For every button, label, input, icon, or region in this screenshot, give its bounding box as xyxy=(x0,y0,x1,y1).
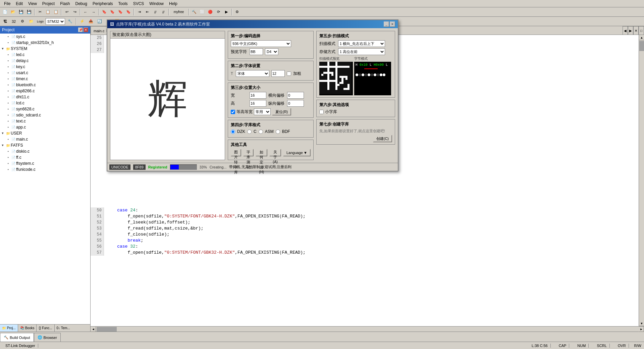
flash-btn1[interactable]: ⚡ xyxy=(78,18,86,25)
format-dzk-radio[interactable] xyxy=(231,130,235,134)
hoffset-input[interactable] xyxy=(287,92,304,99)
bookmark3-btn[interactable]: 🔖 xyxy=(117,8,124,16)
about-btn[interactable]: 关于(A) xyxy=(269,149,281,156)
tree-item-esp[interactable]: ▪ 📄 esp8266.c xyxy=(0,88,90,94)
editor-vscroll[interactable]: ▲ ▼ xyxy=(639,35,644,326)
tab-scroll-left[interactable]: ◀ xyxy=(623,26,628,35)
tree-item-fatfs[interactable]: ▼ 📁 FATFS xyxy=(0,142,90,148)
tree-item-dht[interactable]: ▪ 📄 dht11.c xyxy=(0,94,90,100)
menu-window[interactable]: Window xyxy=(147,1,166,7)
font-select[interactable]: 宋体 xyxy=(236,70,269,77)
reset-btn-dialog[interactable]: 夏位(R) xyxy=(272,108,291,115)
language-btn[interactable]: Language ▼ xyxy=(283,149,311,156)
format-bdf-radio[interactable] xyxy=(276,130,280,134)
save-btn[interactable]: 💾 xyxy=(17,8,25,16)
tree-item-lcd[interactable]: ▪ 📄 lcd.c xyxy=(0,100,90,106)
tree-item-led[interactable]: ▪ 📄 led.c xyxy=(0,52,90,58)
bold-checkbox[interactable] xyxy=(287,71,291,76)
flash-btn2[interactable]: 📥 xyxy=(87,18,95,25)
char-code1-input[interactable] xyxy=(250,48,263,55)
tree-item-sys[interactable]: ▪ 📄 sys.c xyxy=(0,34,90,40)
paste-btn[interactable]: 📋 xyxy=(52,8,60,16)
width-input[interactable] xyxy=(250,92,266,99)
tab-scroll-right[interactable]: ▶ xyxy=(628,26,633,35)
char-code2-select[interactable]: D4 xyxy=(265,48,278,55)
tree-item-startup[interactable]: ▪ 📄 startup_stm32f10x_h xyxy=(0,40,90,46)
redo-btn[interactable]: ↪ xyxy=(71,8,78,16)
vscroll-thumb[interactable] xyxy=(639,41,644,51)
tree-item-sdio[interactable]: ▪ 📄 sdio_sdcard.c xyxy=(0,112,90,118)
voffset-input[interactable] xyxy=(287,100,304,107)
reset-btn[interactable]: ⟳ xyxy=(215,8,222,16)
store-mode-select[interactable]: 1 高位在前 xyxy=(338,48,385,55)
small-lib-checkbox[interactable] xyxy=(319,110,324,114)
tree-item-bluetooth[interactable]: ▪ 📄 bluetooth.c xyxy=(0,82,90,88)
tree-item-app[interactable]: ▪ 📄 app.c xyxy=(0,124,90,130)
proj-btn1[interactable]: 🏗 xyxy=(1,18,9,25)
menu-help[interactable]: Help xyxy=(166,1,180,7)
tree-item-system[interactable]: ▼ 📁 SYSTEM xyxy=(0,46,90,52)
tree-item-usart[interactable]: ▪ 📄 usart.c xyxy=(0,70,90,76)
encoding-select[interactable]: 936 中文(GBK) xyxy=(231,40,291,47)
menu-debug[interactable]: Debug xyxy=(73,1,90,7)
hscroll-track[interactable] xyxy=(96,327,639,332)
undo-btn[interactable]: ↩ xyxy=(63,8,70,16)
format-asm-radio[interactable] xyxy=(259,130,263,134)
common-select[interactable]: 常用 xyxy=(254,108,271,115)
dialog-minimize-btn[interactable]: _ xyxy=(384,21,389,27)
sidebar-tab-temp[interactable]: 0↓ Tem... xyxy=(55,325,72,332)
position-btn[interactable]: 如何定位(H) xyxy=(256,149,267,156)
img-to-lib-btn[interactable]: 图片转字库 xyxy=(231,149,241,156)
stop-btn[interactable]: 🔴 xyxy=(207,8,214,16)
build-btn[interactable]: 🔨 xyxy=(191,8,198,16)
vscroll-track[interactable] xyxy=(639,40,644,321)
hscroll-thumb[interactable] xyxy=(97,327,117,332)
vscroll-up[interactable]: ▲ xyxy=(639,35,644,40)
menu-project[interactable]: Project xyxy=(40,1,57,7)
scan-mode-select[interactable]: 1 横向_先左右后上下 xyxy=(338,40,385,47)
hscroll-left[interactable]: ◄ xyxy=(91,327,96,332)
menu-svcs[interactable]: SVCS xyxy=(130,1,147,7)
tree-item-key[interactable]: ▪ 📄 key.c xyxy=(0,64,90,70)
tree-item-syn[interactable]: ▪ 📄 syn6628.c xyxy=(0,106,90,112)
run-btn[interactable]: ▶ xyxy=(223,8,230,16)
sidebar-tab-project[interactable]: 📁 Proj... xyxy=(0,325,18,332)
tree-item-ffunicode[interactable]: ▪ 📄 ffunicode.c xyxy=(0,166,90,172)
menu-file[interactable]: File xyxy=(1,1,13,7)
tree-item-user[interactable]: ▼ 📁 USER xyxy=(0,130,90,136)
open-btn[interactable]: 📂 xyxy=(9,8,17,16)
sidebar-content[interactable]: ▪ 📄 sys.c ▪ 📄 startup_stm32f10x_h ▼ 📁 SY… xyxy=(0,34,90,324)
tree-item-diskio[interactable]: ▪ 📄 diskio.c xyxy=(0,148,90,154)
create-btn[interactable]: 创建(C) xyxy=(373,135,392,142)
flash-btn3[interactable]: 🔄 xyxy=(96,18,103,25)
hscroll-right[interactable]: ► xyxy=(639,327,644,332)
dialog-close-btn[interactable]: ✕ xyxy=(390,21,395,27)
test-btn[interactable]: 字库测试 xyxy=(243,149,254,156)
tree-item-timer[interactable]: ▪ 📄 timer.c xyxy=(0,76,90,82)
tree-item-main[interactable]: ▪ 📄 main.c xyxy=(0,136,90,142)
sidebar-tab-func[interactable]: {} Func... xyxy=(37,325,54,332)
cut-btn[interactable]: ✂ xyxy=(36,8,44,16)
tab-maximize[interactable]: □ xyxy=(639,26,644,35)
menu-flash[interactable]: Flash xyxy=(57,1,72,7)
menu-peripherals[interactable]: Peripherals xyxy=(90,1,116,7)
menu-tools[interactable]: Tools xyxy=(116,1,130,7)
format-c-radio[interactable] xyxy=(247,130,252,134)
proj-btn3[interactable]: ⚙ xyxy=(19,18,26,25)
build2-btn[interactable]: ⬜ xyxy=(199,8,206,16)
tree-item-ff[interactable]: ▪ 📄 ff.c xyxy=(0,154,90,160)
bottom-tab-browser[interactable]: 🌐 Browser xyxy=(34,333,61,342)
tree-item-ffsystem[interactable]: ▪ 📄 ffsystem.c xyxy=(0,160,90,166)
target-settings-btn[interactable]: 🔧 xyxy=(66,18,74,25)
sidebar-pin-btn[interactable]: 📌 xyxy=(78,28,83,32)
settings-btn[interactable]: ⚙ xyxy=(233,8,241,16)
font-size-input[interactable] xyxy=(271,70,285,77)
new-btn[interactable]: 📄 xyxy=(1,8,9,16)
bookmark2-btn[interactable]: 🔖 xyxy=(109,8,116,16)
sidebar-close-btn[interactable]: ✕ xyxy=(84,28,88,32)
tab-close-all[interactable]: ✕ xyxy=(633,26,639,35)
target-select[interactable]: STM32 xyxy=(46,18,65,25)
editor-hscroll[interactable]: ◄ ► xyxy=(91,326,644,332)
bookmark-btn[interactable]: 🔖 xyxy=(101,8,108,16)
indent-btn[interactable]: ⇥ xyxy=(136,8,143,16)
